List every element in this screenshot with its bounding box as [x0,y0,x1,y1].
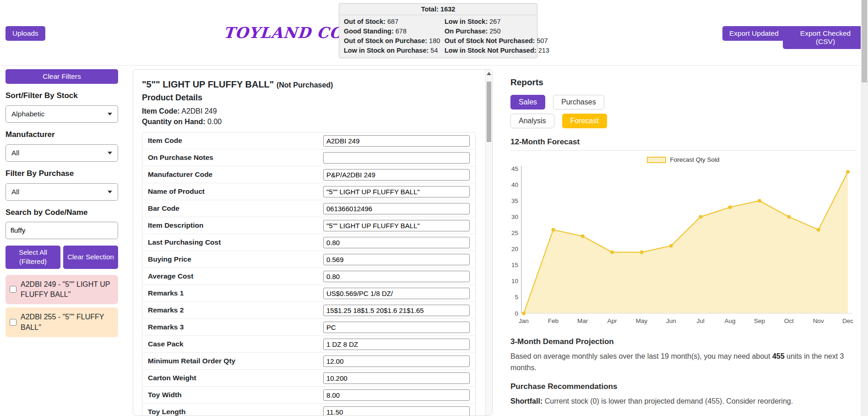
field-label: Remarks 1 [148,289,323,297]
field-input[interactable] [323,237,470,248]
y-tick-label: 15 [511,262,518,268]
search-input[interactable] [5,222,118,239]
scrollbar-thumb[interactable] [487,82,491,142]
field-input[interactable] [323,372,470,384]
data-point [640,251,643,254]
data-point [581,234,585,238]
field-row: Bar Code [142,200,475,217]
product-details-panel: "5"" LIGHT UP FLUFFY BALL" (Not Purchase… [133,69,493,416]
purchase-status: (Not Purchased) [277,81,333,89]
result-item[interactable]: A2DBI 249 - "5"" LIGHT UP FLUFFY BALL" [5,275,118,305]
stock-sort-value: Alphabetic [11,110,44,118]
page-scrollbar[interactable] [861,0,868,416]
clear-selection-button[interactable]: Clear Selection [63,246,118,269]
tab-analysis[interactable]: Analysis [510,114,554,128]
forecast-chart: 051015202530354045JanFebMarAprMayJunJulA… [510,164,856,329]
uploads-button[interactable]: Uploads [5,26,45,41]
x-tick-label: Mar [577,317,588,324]
field-label: Carton Weight [148,374,323,382]
stat-label: Out of Stock on Purchase: [344,37,427,44]
stock-sort-select[interactable]: Alphabetic [5,105,118,123]
shortfall-line: Shortfall: Current stock (0) is lower th… [510,396,856,407]
field-label: Name of Product [148,187,323,196]
y-tick-label: 5 [515,294,518,301]
export-updated-button[interactable]: Export Updated [722,26,786,41]
reports-tab-row-1: Sales Purchases [510,95,856,109]
field-label: Bar Code [148,204,323,213]
tab-sales[interactable]: Sales [510,95,545,109]
result-checkbox[interactable] [10,319,16,326]
manufacturer-label: Manufacturer [5,130,118,139]
field-input[interactable] [323,186,470,197]
data-point [846,170,850,174]
result-label: A2DBI 255 - "5"" FLUFFY BALL" [21,312,114,333]
x-tick-label: Jul [697,317,705,324]
field-input[interactable] [323,254,470,265]
field-label: Case Pack [148,340,323,348]
field-input[interactable] [323,169,470,181]
filter-purchase-label: Filter By Purchase [5,169,118,178]
stats-total-value: 1632 [440,5,455,13]
field-label: Toy Length [148,408,323,416]
chevron-down-icon [108,152,112,154]
stat-item: Out of Stock: 687 [344,18,443,25]
stat-value: 213 [537,47,549,54]
stat-value: 267 [488,18,500,25]
stat-value: 687 [385,18,398,25]
select-all-button[interactable]: Select All (Filtered) [5,246,60,269]
field-label: Last Purchasing Cost [148,238,323,246]
field-row: Carton Weight [142,370,475,387]
stat-label: Low in Stock Not Purchased: [445,47,537,54]
purchase-filter-select[interactable]: All [5,183,118,201]
sort-filter-label: Sort/Filter By Stock [5,91,118,100]
stat-item: On Purchase: 250 [445,27,549,35]
forecast-heading: 12-Month Forecast [510,137,856,147]
result-checkbox[interactable] [10,286,16,293]
y-tick-label: 0 [515,310,518,317]
data-point [669,244,673,248]
stats-box: Total: 1632 Out of Stock: 687Low in Stoc… [339,3,537,58]
field-input[interactable] [323,203,470,214]
field-row: Case Pack [142,336,475,353]
data-point [817,228,820,231]
x-tick-label: Apr [608,317,618,324]
field-input[interactable] [323,339,470,350]
demand-value: 455 [772,352,785,360]
clear-filters-button[interactable]: Clear Filters [5,69,118,84]
manufacturer-select[interactable]: All [5,144,118,162]
reports-panel: Reports Sales Purchases Analysis Forecas… [510,69,856,407]
result-item[interactable]: A2DBI 255 - "5"" FLUFFY BALL" [5,307,118,337]
reports-heading: Reports [510,77,856,88]
purchase-filter-value: All [11,188,19,196]
field-input[interactable] [323,220,470,231]
scroll-up-icon[interactable] [487,72,491,75]
field-input[interactable] [323,305,470,316]
field-input[interactable] [323,288,470,299]
field-row: Manufacturer Code [142,166,475,183]
field-input[interactable] [323,356,470,367]
page-scrollbar-thumb[interactable] [862,0,867,82]
field-input[interactable] [323,135,470,147]
field-input[interactable] [323,271,470,282]
field-input[interactable] [323,322,470,333]
card-scrollbar[interactable] [485,70,492,416]
data-point [610,251,614,254]
reports-tab-row-2: Analysis Forecast [510,114,856,128]
field-input[interactable] [323,406,470,416]
quantity-line: Quantity on Hand: 0.00 [142,118,476,126]
header: Uploads TOYLAND COMPANY Total: 1632 Out … [0,0,868,66]
y-tick-label: 40 [511,181,518,188]
tab-forecast[interactable]: Forecast [562,114,607,128]
export-checked-button[interactable]: Export Checked (CSV) [783,26,868,49]
tab-purchases[interactable]: Purchases [553,95,604,109]
x-tick-label: Oct [784,317,794,324]
y-tick-label: 10 [511,278,518,285]
field-input[interactable] [323,152,470,164]
selection-buttons: Select All (Filtered) Clear Selection [5,246,118,269]
field-input[interactable] [323,389,470,401]
stat-item: Low in Stock Not Purchased: 213 [445,47,549,54]
field-label: Manufacturer Code [148,170,323,179]
field-label: Remarks 2 [148,306,323,314]
field-label: Minimum Retail Order Qty [148,357,323,365]
stat-label: Good Standing: [344,27,394,35]
